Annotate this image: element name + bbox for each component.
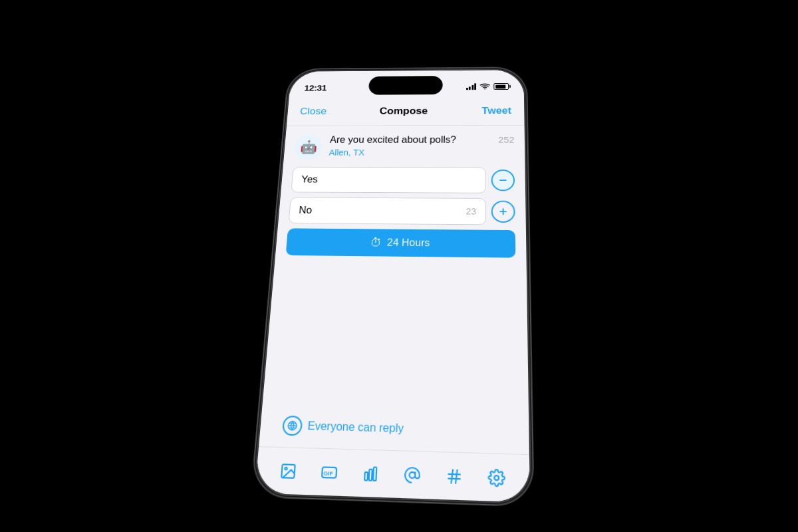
- poll-input-1-text: Yes: [301, 174, 477, 186]
- tweet-text-row: Are you excited about polls? 252: [330, 135, 515, 146]
- svg-point-0: [484, 88, 485, 90]
- wifi-icon: [480, 82, 490, 91]
- phone-wrapper: 12:31: [251, 67, 534, 507]
- battery-icon: [493, 83, 509, 90]
- poll-stats-icon[interactable]: [358, 462, 382, 486]
- phone-inner: 12:31: [253, 69, 532, 505]
- signal-icon: [466, 83, 477, 90]
- bottom-toolbar: GIF: [255, 446, 530, 503]
- poll-input-2-text: No: [299, 205, 466, 217]
- svg-line-17: [456, 469, 457, 483]
- svg-line-16: [452, 469, 453, 483]
- compose-title: Compose: [379, 105, 428, 116]
- status-time: 12:31: [304, 83, 327, 92]
- status-bar: 12:31: [289, 70, 524, 97]
- clock-icon: ⏱: [370, 236, 382, 249]
- reply-label: Everyone can reply: [307, 420, 404, 435]
- reply-section: Everyone can reply: [270, 404, 518, 454]
- poll-area: Yes No: [286, 167, 516, 258]
- globe-icon: [282, 416, 303, 436]
- hashtag-icon[interactable]: [442, 464, 466, 489]
- char-count: 252: [498, 135, 514, 145]
- phone-screen: 12:31: [255, 70, 530, 502]
- close-button[interactable]: Close: [300, 106, 327, 117]
- settings-icon[interactable]: [485, 465, 508, 489]
- reply-button[interactable]: Everyone can reply: [282, 416, 506, 442]
- tweet-text[interactable]: Are you excited about polls?: [330, 135, 493, 146]
- duration-button[interactable]: ⏱ 24 Hours: [286, 228, 516, 257]
- poll-remove-button[interactable]: [491, 170, 515, 191]
- dynamic-island: [368, 76, 443, 94]
- svg-point-13: [409, 471, 415, 477]
- duration-label: 24 Hours: [387, 237, 430, 249]
- svg-rect-10: [364, 471, 368, 479]
- svg-point-18: [494, 475, 499, 480]
- empty-compose-space: [273, 265, 517, 410]
- poll-input-1[interactable]: Yes: [291, 167, 485, 194]
- compose-area: 🤖 Are you excited about polls? 252 Allen…: [259, 126, 529, 454]
- gif-icon[interactable]: GIF: [317, 460, 341, 485]
- media-icon[interactable]: [276, 459, 301, 483]
- svg-rect-11: [369, 469, 372, 480]
- tweet-location[interactable]: Allen, TX: [329, 148, 364, 157]
- svg-line-14: [448, 473, 460, 474]
- poll-option-2: No 23: [289, 197, 515, 225]
- svg-text:GIF: GIF: [323, 469, 333, 477]
- tweet-button[interactable]: Tweet: [481, 105, 511, 116]
- svg-line-15: [448, 478, 460, 479]
- mention-icon[interactable]: [400, 463, 424, 487]
- tweet-row: 🤖 Are you excited about polls? 252 Allen…: [293, 135, 514, 160]
- poll-input-2[interactable]: No 23: [289, 197, 486, 225]
- nav-bar: Close Compose Tweet: [287, 96, 525, 126]
- svg-rect-12: [373, 467, 376, 480]
- poll-input-2-count: 23: [466, 207, 477, 217]
- svg-point-7: [285, 467, 287, 469]
- phone: 12:31: [251, 67, 534, 507]
- tweet-content: Are you excited about polls? 252 Allen, …: [329, 135, 515, 160]
- avatar: 🤖: [293, 135, 323, 160]
- poll-option-1: Yes: [291, 167, 515, 194]
- status-right: [466, 82, 509, 91]
- poll-add-button[interactable]: [491, 201, 515, 223]
- scene: 12:31: [0, 0, 798, 532]
